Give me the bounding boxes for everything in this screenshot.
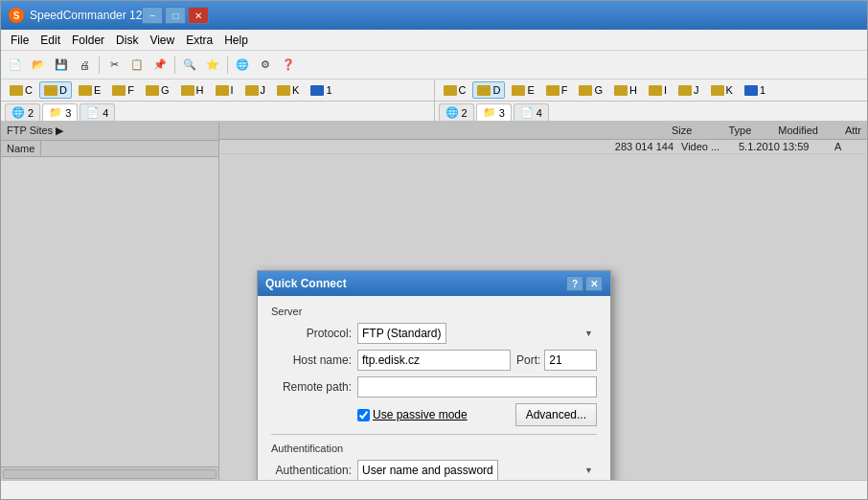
- drive-k-right[interactable]: K: [706, 81, 738, 99]
- toolbar-settings-btn[interactable]: ⚙: [255, 55, 276, 76]
- left-tab-3[interactable]: 📁 3: [42, 103, 78, 121]
- right-drive-bar: C D E F G H I: [435, 80, 868, 101]
- toolbar-sep-2: [174, 57, 175, 74]
- main-window: S SpeedCommander 12 − □ ✕ File Edit Fold…: [0, 0, 868, 500]
- passive-mode-label: Use passive mode: [373, 408, 468, 421]
- maximize-button[interactable]: □: [165, 7, 186, 24]
- dialog-help-button[interactable]: ?: [566, 276, 583, 291]
- menu-view[interactable]: View: [144, 32, 180, 49]
- toolbar-search-btn[interactable]: 🔍: [179, 55, 200, 76]
- drive-d-icon-right: [477, 85, 491, 96]
- right-tabs: 🌐 2 📁 3 📄 4: [435, 102, 868, 121]
- protocol-label: Protocol:: [271, 327, 357, 340]
- drive-i-right[interactable]: I: [644, 81, 672, 99]
- protocol-select[interactable]: FTP (Standard) SFTP FTPS: [357, 323, 446, 344]
- left-tab-4[interactable]: 📄 4: [80, 103, 115, 121]
- drive-f-left[interactable]: F: [107, 81, 139, 99]
- port-input[interactable]: [544, 350, 597, 371]
- right-tab-3[interactable]: 📁 3: [476, 103, 512, 121]
- dialog-body: Server Protocol: FTP (Standard) SFTP FTP…: [258, 296, 610, 480]
- advanced-button[interactable]: Advanced...: [515, 403, 597, 426]
- remote-path-label: Remote path:: [271, 380, 357, 394]
- authentication-select[interactable]: User name and password Anonymous Key fil…: [357, 460, 498, 480]
- left-drive-bar: C D E F G H I: [1, 80, 435, 101]
- menu-disk[interactable]: Disk: [110, 32, 144, 49]
- drive-f-right[interactable]: F: [541, 81, 573, 99]
- toolbar-paste-btn[interactable]: 📌: [149, 55, 171, 76]
- drive-k-left[interactable]: K: [272, 81, 304, 99]
- auth-section-label: Authentification: [271, 443, 597, 454]
- title-bar: S SpeedCommander 12 − □ ✕: [1, 1, 867, 30]
- toolbar-print-btn[interactable]: 🖨: [74, 55, 95, 76]
- menu-help[interactable]: Help: [218, 32, 254, 49]
- server-section-label: Server: [271, 306, 597, 317]
- toolbar-sep-1: [99, 57, 100, 74]
- drive-j-right[interactable]: J: [674, 81, 704, 99]
- drive-e-right[interactable]: E: [507, 81, 538, 99]
- menu-bar: File Edit Folder Disk View Extra Help: [1, 30, 867, 51]
- dialog-overlay: Quick Connect ? ✕ Server Protocol:: [1, 122, 867, 480]
- drive-i-left[interactable]: I: [211, 81, 239, 99]
- toolbar-fav-btn[interactable]: ⭐: [202, 55, 223, 76]
- hostname-row: Host name: Port:: [271, 350, 597, 371]
- toolbar: 📄 📂 💾 🖨 ✂ 📋 📌 🔍 ⭐ 🌐 ⚙ ❓: [1, 51, 867, 80]
- drive-j-icon-left: [245, 85, 259, 96]
- protocol-select-wrapper: FTP (Standard) SFTP FTPS: [357, 323, 597, 344]
- drive-i-icon-right: [649, 85, 662, 96]
- toolbar-help-btn[interactable]: ❓: [278, 55, 299, 76]
- remote-path-row: Remote path:: [271, 376, 597, 398]
- drive-h-left[interactable]: H: [176, 81, 209, 99]
- toolbar-open-btn[interactable]: 📂: [28, 55, 49, 76]
- drive-g-left[interactable]: G: [141, 81, 174, 99]
- menu-folder[interactable]: Folder: [66, 32, 110, 49]
- folder-icon-right: 📁: [483, 106, 496, 119]
- passive-row: Use passive mode Advanced...: [271, 403, 597, 426]
- toolbar-cut-btn[interactable]: ✂: [103, 55, 125, 76]
- content-area: FTP Sites ▶ Name Size Type Modified Attr…: [1, 122, 867, 480]
- menu-edit[interactable]: Edit: [34, 32, 66, 49]
- port-label: Port:: [516, 353, 540, 367]
- drive-e-icon-left: [79, 85, 92, 96]
- quick-connect-dialog: Quick Connect ? ✕ Server Protocol:: [257, 270, 611, 480]
- hostname-input[interactable]: [357, 350, 511, 371]
- drive-e-left[interactable]: E: [74, 81, 105, 99]
- hostname-label: Host name:: [271, 353, 357, 367]
- drive-f-icon-left: [112, 85, 126, 96]
- toolbar-net-btn[interactable]: 🌐: [232, 55, 253, 76]
- toolbar-sep-3: [227, 57, 228, 74]
- drive-g-icon-right: [579, 85, 592, 96]
- right-tab-2[interactable]: 🌐 2: [439, 103, 474, 121]
- dialog-close-button[interactable]: ✕: [585, 276, 603, 291]
- menu-file[interactable]: File: [5, 32, 34, 49]
- drive-d-left[interactable]: D: [39, 81, 72, 99]
- protocol-row: Protocol: FTP (Standard) SFTP FTPS: [271, 323, 597, 344]
- drive-g-right[interactable]: G: [574, 81, 607, 99]
- drive-d-right[interactable]: D: [472, 81, 505, 99]
- auth-type-label: Authentication:: [271, 464, 357, 477]
- close-button[interactable]: ✕: [188, 7, 209, 24]
- drive-h-right[interactable]: H: [609, 81, 642, 99]
- section-divider: [271, 434, 597, 435]
- auth-select-wrapper: User name and password Anonymous Key fil…: [357, 460, 597, 480]
- left-tabs: 🌐 2 📁 3 📄 4: [1, 102, 435, 121]
- minimize-button[interactable]: −: [142, 7, 163, 24]
- drive-net-icon-right: [744, 85, 758, 96]
- drive-c-right[interactable]: C: [439, 81, 471, 99]
- drive-net-left[interactable]: 1: [306, 81, 336, 99]
- toolbar-new-btn[interactable]: 📄: [5, 55, 26, 76]
- drive-c-left[interactable]: C: [5, 81, 37, 99]
- toolbar-copy-btn[interactable]: 📋: [126, 55, 148, 76]
- menu-extra[interactable]: Extra: [180, 32, 218, 49]
- drive-j-left[interactable]: J: [240, 81, 271, 99]
- right-tab-4[interactable]: 📄 4: [514, 103, 549, 121]
- dialog-title-buttons: ? ✕: [566, 276, 603, 291]
- drive-h-icon-left: [181, 85, 194, 96]
- drive-net-right[interactable]: 1: [740, 81, 770, 99]
- left-tab-2[interactable]: 🌐 2: [5, 103, 40, 121]
- passive-mode-checkbox[interactable]: [357, 409, 370, 421]
- status-bar: [1, 480, 867, 499]
- toolbar-save-btn[interactable]: 💾: [51, 55, 72, 76]
- remote-path-input[interactable]: [357, 376, 597, 398]
- dialog-title-text: Quick Connect: [265, 277, 347, 290]
- drive-c-icon-left: [10, 85, 23, 96]
